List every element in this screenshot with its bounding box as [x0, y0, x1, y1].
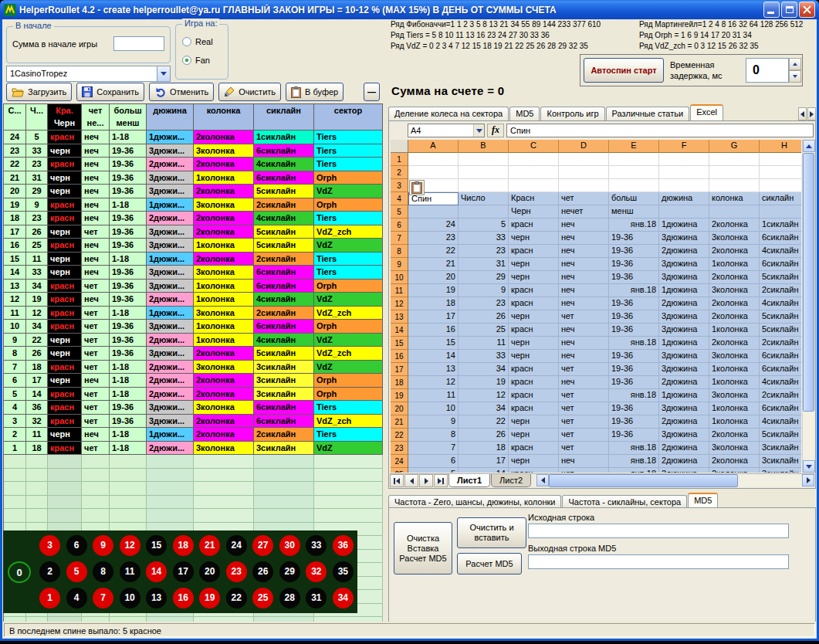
cell-B17[interactable]: 34 [459, 363, 509, 376]
cell-C9[interactable]: черн [509, 258, 559, 271]
cell-G24[interactable]: 2колонка [709, 455, 760, 468]
radio-fan-row[interactable]: Fan [182, 56, 210, 65]
cell-E15[interactable]: янв.18 [609, 337, 659, 350]
cell-E2[interactable] [609, 166, 659, 179]
cell-B7[interactable]: 33 [459, 232, 509, 245]
board-number-15[interactable]: 15 [146, 535, 167, 556]
cell-A24[interactable]: 6 [408, 455, 459, 468]
board-number-35[interactable]: 35 [333, 561, 354, 582]
cell-E6[interactable]: янв.18 [609, 219, 659, 232]
cell-E10[interactable]: 19-36 [609, 271, 659, 284]
cell-E20[interactable]: 19-36 [609, 402, 659, 415]
row-header-19[interactable]: 19 [391, 389, 408, 402]
cell-C21[interactable]: черн [509, 415, 559, 429]
board-number-10[interactable]: 10 [120, 588, 140, 608]
cell-C17[interactable]: красн [509, 363, 559, 376]
cell-B8[interactable]: 23 [459, 245, 509, 258]
main-tab-2[interactable]: MD5 [509, 107, 540, 120]
cell-B3[interactable] [459, 179, 509, 192]
horizontal-scroll-thumb[interactable] [549, 474, 738, 487]
cell-C14[interactable]: красн [509, 324, 559, 337]
cell-E24[interactable]: янв.18 [609, 455, 659, 468]
cell-G20[interactable]: 1колонка [709, 402, 760, 415]
cell-F23[interactable]: 2дюжина [659, 442, 709, 455]
insert-function-button[interactable]: fx [487, 124, 504, 137]
spin-row-10[interactable]: 1034краснчет19-363дюжи...1колонка6сиклай… [4, 320, 383, 334]
spin-row-12[interactable]: 1219красннеч19-362дюжи...1колонка4сиклай… [4, 293, 383, 307]
casino-select[interactable]: 1CasinoTropez [6, 66, 171, 82]
cell-C1[interactable] [509, 153, 559, 166]
cell-E11[interactable]: янв.18 [609, 284, 659, 297]
main-tab-4[interactable]: Различные статьи [606, 107, 690, 120]
row-header-25[interactable]: 25 [391, 468, 408, 473]
board-number-28[interactable]: 28 [279, 588, 300, 608]
board-number-17[interactable]: 17 [173, 561, 194, 582]
cell-D9[interactable]: неч [559, 258, 609, 271]
cell-G19[interactable]: 3колонка [709, 389, 760, 402]
board-number-6[interactable]: 6 [66, 535, 87, 556]
cell-D5[interactable]: нечет [559, 205, 609, 219]
cell-G22[interactable]: 2колонка [709, 429, 760, 442]
board-number-7[interactable]: 7 [93, 588, 113, 608]
cell-H25[interactable]: 3сиклайн [760, 468, 801, 473]
board-number-4[interactable]: 4 [66, 588, 87, 608]
cell-G10[interactable]: 2колонка [709, 271, 760, 284]
cell-F4[interactable]: дюжина [659, 192, 709, 205]
spin-row-11[interactable]: 1112краснчет1-181дюжи...3колонка2сиклайн… [4, 307, 383, 320]
md5-clear-insert-button[interactable]: Очистить и вставить [457, 517, 526, 548]
cell-E12[interactable]: 19-36 [609, 297, 659, 310]
cell-A21[interactable]: 9 [408, 415, 459, 429]
cell-H24[interactable]: 3сиклайн [760, 455, 801, 468]
cell-D1[interactable] [559, 153, 609, 166]
cell-H10[interactable]: 5сиклайн [760, 271, 801, 284]
horizontal-scrollbar[interactable] [536, 474, 814, 487]
spin-row-4[interactable]: 436краснчет19-363дюжи...3колонка6сиклайн… [4, 401, 383, 415]
cell-B20[interactable]: 34 [459, 402, 509, 415]
spin-row-15[interactable]: 1511черннеч1-181дюжи...2колонка2сиклайнT… [4, 253, 383, 266]
cell-E5[interactable]: менш [609, 205, 659, 219]
save-button[interactable]: Сохранить [76, 83, 144, 101]
cell-F14[interactable]: 3дюжина [659, 324, 709, 337]
cell-D4[interactable]: чет [559, 192, 609, 205]
board-number-23[interactable]: 23 [226, 561, 247, 582]
cell-F11[interactable]: 1дюжина [659, 284, 709, 297]
titlebar[interactable]: HelperRoullet 4.2 - create helperroullet… [0, 0, 819, 19]
cell-C4[interactable]: Красн [509, 192, 559, 205]
tab-scroll-left-button[interactable] [798, 107, 807, 120]
cell-A17[interactable]: 13 [408, 363, 459, 376]
row-header-9[interactable]: 9 [391, 258, 408, 271]
spinner-down-button[interactable] [789, 70, 801, 83]
formula-input[interactable]: Спин [506, 124, 814, 137]
col-header-C[interactable]: C [509, 140, 559, 153]
board-number-8[interactable]: 8 [93, 561, 113, 582]
cell-D3[interactable] [559, 179, 609, 192]
row-header-18[interactable]: 18 [391, 376, 408, 389]
cell-G5[interactable] [709, 205, 760, 219]
cell-G21[interactable]: 1колонка [709, 415, 760, 429]
cell-D17[interactable]: чет [559, 363, 609, 376]
cell-A15[interactable]: 15 [408, 337, 459, 350]
board-number-0[interactable]: 0 [8, 561, 31, 583]
cell-E14[interactable]: 19-36 [609, 324, 659, 337]
cell-H23[interactable]: 3сиклайн [760, 442, 801, 455]
cell-F17[interactable]: 3дюжина [659, 363, 709, 376]
cell-G16[interactable]: 3колонка [709, 350, 760, 363]
cell-F24[interactable]: 2дюжина [659, 455, 709, 468]
cell-B5[interactable] [459, 205, 509, 219]
board-number-18[interactable]: 18 [173, 535, 194, 556]
row-header-2[interactable]: 2 [391, 166, 408, 179]
cell-D11[interactable]: неч [559, 284, 609, 297]
cell-A2[interactable] [408, 166, 459, 179]
row-header-10[interactable]: 10 [391, 271, 408, 284]
restore-button[interactable] [781, 2, 797, 18]
cell-B19[interactable]: 12 [459, 389, 509, 402]
row-header-14[interactable]: 14 [391, 324, 408, 337]
cell-G23[interactable]: 3колонка [709, 442, 760, 455]
cell-B6[interactable]: 5 [459, 219, 509, 232]
row-header-24[interactable]: 24 [391, 455, 408, 468]
row-header-22[interactable]: 22 [391, 429, 408, 442]
cell-A5[interactable] [408, 205, 459, 219]
cell-A6[interactable]: 24 [408, 219, 459, 232]
cell-B14[interactable]: 25 [459, 324, 509, 337]
spin-row-13[interactable]: 1334краснчет19-363дюжи...1колонка6сиклай… [4, 280, 383, 293]
